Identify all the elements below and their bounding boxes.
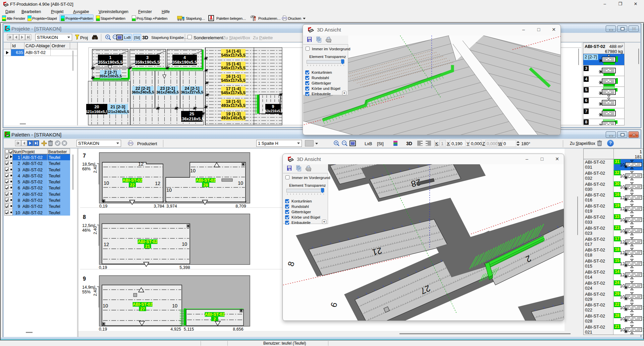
svg-text:10: 10 (172, 303, 177, 308)
svg-text:0,19: 0,19 (99, 327, 107, 331)
svg-text:ABI-ST-02: ABI-ST-02 (138, 239, 157, 244)
svg-text:27: 27 (140, 307, 145, 311)
svg-text:20: 20 (95, 105, 99, 109)
svg-text:5,398: 5,398 (179, 265, 190, 270)
svg-text:545x117x5,5: 545x117x5,5 (221, 66, 245, 70)
svg-text:12: 12 (620, 261, 625, 266)
svg-text:10: 10 (166, 187, 172, 193)
svg-text:2,40: 2,40 (93, 165, 98, 173)
svg-text:68%: 68% (82, 167, 91, 171)
svg-text:521x166x5,5: 521x166x5,5 (86, 110, 108, 114)
svg-text:ABI-ST-02: ABI-ST-02 (196, 178, 215, 183)
svg-text:493x117x5,5: 493x117x5,5 (221, 103, 245, 108)
svg-text:10: 10 (238, 180, 243, 186)
svg-text:545x117x5,5: 545x117x5,5 (221, 91, 245, 95)
svg-text:5,115: 5,115 (184, 327, 194, 331)
svg-text:12: 12 (155, 181, 160, 186)
svg-text:493x145x5,5: 493x145x5,5 (221, 116, 246, 120)
svg-text:10: 10 (620, 217, 625, 222)
svg-text:28: 28 (203, 183, 208, 187)
svg-text:25: 25 (190, 112, 194, 116)
svg-text:10: 10 (190, 168, 196, 173)
svg-text:10: 10 (620, 228, 625, 233)
svg-text:4,925: 4,925 (170, 327, 181, 331)
svg-text:21: 21 (145, 244, 150, 249)
svg-text:12: 12 (104, 242, 109, 247)
svg-text:12: 12 (138, 161, 144, 167)
svg-text:355x100x5,5: 355x100x5,5 (99, 74, 122, 78)
svg-text:2,40: 2,40 (93, 226, 98, 234)
svg-text:263x216x5,5: 263x216x5,5 (263, 109, 283, 113)
svg-text:55%: 55% (82, 290, 91, 294)
svg-text:10: 10 (620, 294, 625, 299)
svg-text:3: 3 (146, 55, 149, 60)
svg-text:3,974: 3,974 (166, 204, 177, 209)
svg-text:4: 4 (183, 55, 186, 60)
svg-text:12: 12 (620, 272, 625, 277)
svg-text:ABI-ST-02: ABI-ST-02 (132, 302, 152, 307)
svg-text:3,784: 3,784 (154, 204, 164, 209)
svg-text:360x240x5,5: 360x240x5,5 (131, 90, 154, 94)
svg-text:9: 9 (272, 104, 274, 109)
svg-text:12: 12 (620, 250, 625, 255)
svg-text:10: 10 (620, 283, 625, 288)
svg-text:10: 10 (620, 327, 625, 332)
svg-text:12: 12 (620, 206, 625, 211)
svg-text:136x218x5,5: 136x218x5,5 (180, 117, 204, 121)
svg-text:8,709: 8,709 (235, 204, 246, 209)
svg-text:2,40: 2,40 (93, 288, 98, 296)
svg-text:12: 12 (620, 195, 625, 200)
svg-text:361x240x5,5: 361x240x5,5 (156, 90, 179, 94)
svg-text:545x117x5,5: 545x117x5,5 (221, 78, 245, 83)
svg-text:545x117x5,5: 545x117x5,5 (221, 53, 245, 58)
svg-text:0,19: 0,19 (99, 204, 107, 209)
svg-text:21 [2-3]: 21 [2-3] (111, 105, 125, 109)
svg-text:ABI-ST-02: ABI-ST-02 (205, 312, 224, 317)
svg-text:10: 10 (620, 162, 625, 167)
svg-text:12: 12 (620, 239, 625, 244)
svg-text:7: 7 (83, 153, 86, 159)
svg-text:22: 22 (130, 183, 135, 187)
svg-text:46%: 46% (82, 228, 91, 233)
svg-text:10: 10 (104, 180, 109, 186)
svg-text:358x190x5,5: 358x190x5,5 (172, 60, 197, 65)
svg-text:521x240x5,5: 521x240x5,5 (107, 110, 129, 114)
svg-text:0,19: 0,19 (99, 265, 107, 270)
svg-text:10: 10 (103, 303, 108, 308)
svg-text:359x190x5,5: 359x190x5,5 (135, 60, 160, 65)
svg-text:1: 1 (109, 55, 112, 60)
svg-text:10: 10 (620, 184, 625, 189)
svg-text:8: 8 (83, 214, 86, 220)
svg-text:10: 10 (620, 316, 625, 321)
svg-text:10: 10 (620, 173, 625, 178)
svg-text:10: 10 (182, 241, 187, 247)
svg-text:361x227x5,5: 361x227x5,5 (181, 90, 204, 94)
svg-text:355x190x5,5: 355x190x5,5 (98, 60, 123, 65)
svg-text:8,656: 8,656 (233, 327, 243, 331)
svg-text:9: 9 (83, 276, 86, 282)
svg-text:10: 10 (620, 305, 625, 310)
svg-text:2: 2 (214, 317, 216, 322)
svg-text:ABI-ST-02: ABI-ST-02 (122, 178, 142, 183)
